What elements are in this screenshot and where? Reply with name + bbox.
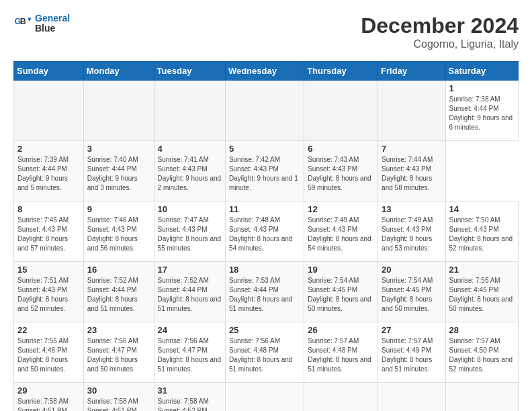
day-info: Sunrise: 7:52 AMSunset: 4:44 PMDaylight:… xyxy=(158,276,222,314)
day-info: Sunrise: 7:40 AMSunset: 4:44 PMDaylight:… xyxy=(87,155,150,193)
day-number: 6 xyxy=(308,144,374,154)
day-number: 19 xyxy=(308,265,374,275)
calendar-cell xyxy=(225,383,304,412)
calendar-cell: 9 Sunrise: 7:46 AMSunset: 4:43 PMDayligh… xyxy=(83,201,154,262)
day-info: Sunrise: 7:57 AMSunset: 4:49 PMDaylight:… xyxy=(382,336,441,374)
month-title: December 2024 xyxy=(361,13,519,38)
day-number: 20 xyxy=(382,265,441,275)
calendar-cell: 15 Sunrise: 7:51 AMSunset: 4:43 PMDaylig… xyxy=(14,262,84,322)
day-number: 15 xyxy=(17,265,80,275)
day-info: Sunrise: 7:58 AMSunset: 4:51 PMDaylight:… xyxy=(87,397,150,411)
calendar-cell: 27 Sunrise: 7:57 AMSunset: 4:49 PMDaylig… xyxy=(378,322,445,383)
header-friday: Friday xyxy=(378,62,445,81)
calendar-week-4: 22 Sunrise: 7:55 AMSunset: 4:46 PMDaylig… xyxy=(14,322,519,383)
calendar-cell: 28 Sunrise: 7:57 AMSunset: 4:50 PMDaylig… xyxy=(445,322,518,383)
day-number: 29 xyxy=(17,385,80,396)
header-thursday: Thursday xyxy=(304,62,378,81)
day-info: Sunrise: 7:47 AMSunset: 4:43 PMDaylight:… xyxy=(158,216,222,253)
day-info: Sunrise: 7:49 AMSunset: 4:43 PMDaylight:… xyxy=(308,216,374,253)
day-info: Sunrise: 7:54 AMSunset: 4:45 PMDaylight:… xyxy=(308,276,374,314)
calendar-cell: 30 Sunrise: 7:58 AMSunset: 4:51 PMDaylig… xyxy=(83,383,154,412)
calendar-week-3: 15 Sunrise: 7:51 AMSunset: 4:43 PMDaylig… xyxy=(14,262,519,322)
calendar-cell xyxy=(378,81,445,141)
day-number: 12 xyxy=(308,204,374,214)
calendar-cell xyxy=(154,81,225,141)
calendar-cell: 6 Sunrise: 7:43 AMSunset: 4:43 PMDayligh… xyxy=(304,141,378,201)
day-info: Sunrise: 7:53 AMSunset: 4:44 PMDaylight:… xyxy=(229,276,300,314)
calendar-cell xyxy=(378,383,445,412)
calendar-cell xyxy=(225,81,304,141)
day-info: Sunrise: 7:57 AMSunset: 4:48 PMDaylight:… xyxy=(308,336,374,374)
calendar-week-2: 8 Sunrise: 7:45 AMSunset: 4:43 PMDayligh… xyxy=(14,201,519,262)
logo: G B General Blue xyxy=(13,13,70,34)
calendar-cell: 10 Sunrise: 7:47 AMSunset: 4:43 PMDaylig… xyxy=(154,201,225,262)
calendar-week-5: 29 Sunrise: 7:58 AMSunset: 4:51 PMDaylig… xyxy=(14,383,519,412)
day-number: 5 xyxy=(229,144,300,154)
calendar-cell: 25 Sunrise: 7:56 AMSunset: 4:48 PMDaylig… xyxy=(225,322,304,383)
header-wednesday: Wednesday xyxy=(225,62,304,81)
calendar-cell: 23 Sunrise: 7:56 AMSunset: 4:47 PMDaylig… xyxy=(83,322,154,383)
day-number: 14 xyxy=(449,204,515,214)
day-info: Sunrise: 7:50 AMSunset: 4:43 PMDaylight:… xyxy=(449,216,515,253)
calendar-cell xyxy=(445,383,518,412)
day-info: Sunrise: 7:51 AMSunset: 4:43 PMDaylight:… xyxy=(17,276,80,314)
calendar-cell: 21 Sunrise: 7:55 AMSunset: 4:45 PMDaylig… xyxy=(445,262,518,322)
day-info: Sunrise: 7:56 AMSunset: 4:47 PMDaylight:… xyxy=(87,336,150,374)
day-number: 21 xyxy=(449,265,515,275)
calendar-cell: 12 Sunrise: 7:49 AMSunset: 4:43 PMDaylig… xyxy=(304,201,378,262)
header-area: G B General Blue December 2024 Cogorno, … xyxy=(13,13,519,50)
header-saturday: Saturday xyxy=(445,62,518,81)
calendar-cell: 13 Sunrise: 7:49 AMSunset: 4:43 PMDaylig… xyxy=(378,201,445,262)
calendar-cell xyxy=(304,81,378,141)
day-number: 28 xyxy=(449,325,515,335)
calendar-cell: 31 Sunrise: 7:58 AMSunset: 4:52 PMDaylig… xyxy=(154,383,225,412)
calendar-cell xyxy=(304,383,378,412)
day-info: Sunrise: 7:41 AMSunset: 4:43 PMDaylight:… xyxy=(158,155,222,193)
calendar-cell: 18 Sunrise: 7:53 AMSunset: 4:44 PMDaylig… xyxy=(225,262,304,322)
header-monday: Monday xyxy=(83,62,154,81)
day-number: 8 xyxy=(17,204,80,214)
svg-text:B: B xyxy=(20,17,26,27)
calendar-cell: 5 Sunrise: 7:42 AMSunset: 4:43 PMDayligh… xyxy=(225,141,304,201)
calendar-cell: 22 Sunrise: 7:55 AMSunset: 4:46 PMDaylig… xyxy=(14,322,84,383)
day-info: Sunrise: 7:43 AMSunset: 4:43 PMDaylight:… xyxy=(308,155,374,193)
day-info: Sunrise: 7:55 AMSunset: 4:45 PMDaylight:… xyxy=(449,276,515,314)
day-info: Sunrise: 7:55 AMSunset: 4:46 PMDaylight:… xyxy=(17,336,80,374)
day-number: 1 xyxy=(449,83,515,93)
day-info: Sunrise: 7:45 AMSunset: 4:43 PMDaylight:… xyxy=(17,216,80,253)
day-info: Sunrise: 7:49 AMSunset: 4:43 PMDaylight:… xyxy=(382,216,441,253)
day-number: 9 xyxy=(87,204,150,214)
day-info: Sunrise: 7:56 AMSunset: 4:48 PMDaylight:… xyxy=(229,336,300,374)
day-info: Sunrise: 7:42 AMSunset: 4:43 PMDaylight:… xyxy=(229,155,300,193)
day-info: Sunrise: 7:57 AMSunset: 4:50 PMDaylight:… xyxy=(449,336,515,374)
day-info: Sunrise: 7:52 AMSunset: 4:44 PMDaylight:… xyxy=(87,276,150,314)
day-number: 26 xyxy=(308,325,374,335)
day-number: 10 xyxy=(158,204,222,214)
day-number: 22 xyxy=(17,325,80,335)
location-title: Cogorno, Liguria, Italy xyxy=(361,38,519,50)
calendar-cell: 26 Sunrise: 7:57 AMSunset: 4:48 PMDaylig… xyxy=(304,322,378,383)
calendar-cell: 20 Sunrise: 7:54 AMSunset: 4:45 PMDaylig… xyxy=(378,262,445,322)
day-number: 11 xyxy=(229,204,300,214)
header-sunday: Sunday xyxy=(14,62,84,81)
calendar-cell: 16 Sunrise: 7:52 AMSunset: 4:44 PMDaylig… xyxy=(83,262,154,322)
day-number: 17 xyxy=(158,265,222,275)
day-number: 31 xyxy=(158,385,222,396)
day-number: 3 xyxy=(87,144,150,154)
day-info: Sunrise: 7:44 AMSunset: 4:43 PMDaylight:… xyxy=(382,155,441,193)
day-number: 23 xyxy=(87,325,150,335)
calendar-cell: 1 Sunrise: 7:38 AMSunset: 4:44 PMDayligh… xyxy=(445,81,518,141)
day-info: Sunrise: 7:56 AMSunset: 4:47 PMDaylight:… xyxy=(158,336,222,374)
calendar-cell: 17 Sunrise: 7:52 AMSunset: 4:44 PMDaylig… xyxy=(154,262,225,322)
day-number: 27 xyxy=(382,325,441,335)
calendar-cell: 8 Sunrise: 7:45 AMSunset: 4:43 PMDayligh… xyxy=(14,201,84,262)
logo-text: General Blue xyxy=(35,13,70,34)
header-row: SundayMondayTuesdayWednesdayThursdayFrid… xyxy=(14,62,519,81)
day-info: Sunrise: 7:58 AMSunset: 4:51 PMDaylight:… xyxy=(17,397,80,411)
calendar-cell: 19 Sunrise: 7:54 AMSunset: 4:45 PMDaylig… xyxy=(304,262,378,322)
day-number: 4 xyxy=(158,144,222,154)
day-number: 30 xyxy=(87,385,150,396)
day-info: Sunrise: 7:38 AMSunset: 4:44 PMDaylight:… xyxy=(449,95,515,132)
day-number: 16 xyxy=(87,265,150,275)
calendar-cell xyxy=(14,81,84,141)
